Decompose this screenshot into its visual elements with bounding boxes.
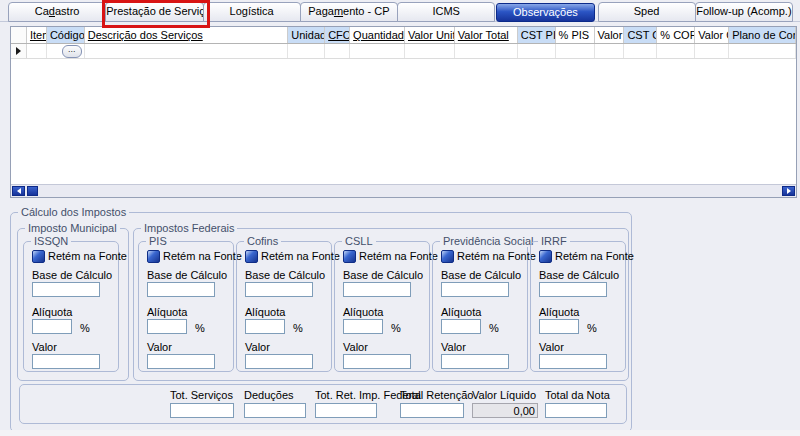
tax-group-pis: PIS Retém na Fonte Base de Cálculo Alíqu…	[138, 241, 234, 372]
column-header-13[interactable]: Valor CO	[695, 27, 729, 43]
tab-cadastro[interactable]: Cadastro	[8, 2, 106, 22]
retain-label: Retém na Fonte	[48, 250, 127, 262]
scroll-left-button[interactable]	[12, 186, 25, 196]
value-input[interactable]	[343, 354, 411, 369]
value-input[interactable]	[32, 354, 100, 369]
tab-observa-es[interactable]: Observações	[496, 3, 594, 22]
total-field-input[interactable]	[472, 403, 538, 418]
base-calc-input[interactable]	[147, 282, 215, 297]
arrow-right-icon	[787, 188, 791, 194]
base-calc-input[interactable]	[343, 282, 411, 297]
column-header-8[interactable]: CST PIS	[518, 27, 556, 43]
lookup-ellipsis-button[interactable]: ...	[62, 45, 82, 58]
tab-log-stica[interactable]: Logística	[203, 2, 301, 22]
tab-presta-o-de-servi-os[interactable]: Prestação de Serviços	[105, 2, 203, 22]
row-cell-11[interactable]	[624, 44, 657, 58]
rate-input[interactable]	[441, 319, 481, 334]
total-field-input[interactable]	[400, 403, 464, 418]
base-calc-label: Base de Cálculo	[343, 269, 423, 281]
retain-checkbox[interactable]	[441, 250, 454, 263]
taxes-section: Cálculo dos Impostos Imposto Municipal I…	[10, 212, 632, 432]
column-header-4[interactable]: CFOP	[325, 27, 350, 43]
tab-icms[interactable]: ICMS	[397, 2, 495, 22]
column-header-10[interactable]: Valor PI	[595, 27, 625, 43]
horizontal-scrollbar[interactable]	[11, 184, 796, 197]
retain-checkbox[interactable]	[343, 250, 356, 263]
rate-input[interactable]	[245, 319, 285, 334]
row-cell-12[interactable]	[657, 44, 695, 58]
rate-input[interactable]	[539, 319, 579, 334]
row-cell-3[interactable]	[288, 44, 325, 58]
tab-follow-up-acomp[interactable]: Follow-up (Acomp.)	[695, 2, 793, 22]
retain-label: Retém na Fonte	[359, 250, 438, 262]
value-label: Valor	[32, 341, 57, 353]
municipal-group-title: Imposto Municipal	[25, 222, 120, 234]
retain-label: Retém na Fonte	[163, 250, 242, 262]
total-field-input[interactable]	[244, 403, 306, 418]
column-header-14[interactable]: Plano de Conta	[729, 27, 796, 43]
services-grid: ItemCódigoDescrição dos ServiçosUnidadeC…	[10, 26, 797, 198]
row-cell-13[interactable]	[695, 44, 729, 58]
retain-checkbox[interactable]	[32, 250, 45, 263]
rate-input[interactable]	[147, 319, 187, 334]
retain-checkbox[interactable]	[147, 250, 160, 263]
rate-label: Alíquota	[539, 306, 579, 318]
row-cell-4[interactable]	[325, 44, 350, 58]
row-cell-7[interactable]	[455, 44, 518, 58]
total-field-label: Total Retenção	[400, 390, 464, 401]
value-input[interactable]	[245, 354, 313, 369]
row-cell-8[interactable]	[518, 44, 556, 58]
base-calc-input[interactable]	[441, 282, 509, 297]
tax-group-title: PIS	[146, 235, 170, 247]
row-cell-2[interactable]	[85, 44, 288, 58]
column-header-9[interactable]: % PIS	[556, 27, 595, 43]
base-calc-input[interactable]	[539, 282, 607, 297]
column-header-1[interactable]: Código	[47, 27, 85, 43]
percent-label: %	[489, 322, 499, 334]
column-header-12[interactable]: % COFINS	[657, 27, 695, 43]
retain-label: Retém na Fonte	[555, 250, 634, 262]
scroll-right-button[interactable]	[782, 186, 795, 196]
rate-label: Alíquota	[32, 306, 72, 318]
tax-group-title: Previdência Social	[440, 235, 537, 247]
row-cell-14[interactable]	[729, 44, 796, 58]
base-calc-label: Base de Cálculo	[441, 269, 521, 281]
table-row[interactable]: ...	[11, 44, 796, 59]
rate-input[interactable]	[32, 319, 72, 334]
base-calc-input[interactable]	[245, 282, 313, 297]
tab-sped[interactable]: Sped	[598, 2, 696, 22]
value-input[interactable]	[539, 354, 607, 369]
row-cell-9[interactable]	[556, 44, 595, 58]
federal-taxes-group: Impostos Federais PIS Retém na Fonte Bas…	[133, 228, 629, 381]
column-header-7[interactable]: Valor Total	[455, 27, 518, 43]
row-cell-6[interactable]	[405, 44, 455, 58]
tab-pagamento-cp[interactable]: Pagamento - CP	[300, 2, 398, 22]
value-input[interactable]	[147, 354, 215, 369]
scrollbar-thumb[interactable]	[27, 186, 38, 196]
total-field-input[interactable]	[170, 403, 234, 418]
rate-input[interactable]	[343, 319, 383, 334]
total-field-tot-ret-imp-federal: Tot. Ret. Imp. Federal	[315, 390, 377, 420]
row-cell-1[interactable]: ...	[47, 44, 85, 58]
column-header-5[interactable]: Quantidade	[350, 27, 405, 43]
total-field-input[interactable]	[545, 403, 607, 418]
column-header-0[interactable]: Item	[27, 27, 47, 43]
column-header-11[interactable]: CST Co	[624, 27, 657, 43]
row-cell-5[interactable]	[350, 44, 405, 58]
column-header-3[interactable]: Unidade	[288, 27, 325, 43]
grid-corner-selector-header	[11, 27, 27, 43]
total-field-dedu-es: Deduções	[244, 390, 306, 420]
row-cell-10[interactable]	[595, 44, 625, 58]
row-selector-cell	[11, 44, 27, 58]
column-header-6[interactable]: Valor Unitário	[405, 27, 455, 43]
retain-checkbox[interactable]	[539, 250, 552, 263]
row-cell-0[interactable]	[27, 44, 47, 58]
total-field-input[interactable]	[315, 403, 377, 418]
base-calc-input[interactable]	[32, 282, 100, 297]
column-header-2[interactable]: Descrição dos Serviços	[85, 27, 288, 43]
value-label: Valor	[343, 341, 368, 353]
value-input[interactable]	[441, 354, 509, 369]
retain-checkbox[interactable]	[245, 250, 258, 263]
grid-header-row: ItemCódigoDescrição dos ServiçosUnidadeC…	[11, 27, 796, 44]
percent-label: %	[587, 322, 597, 334]
